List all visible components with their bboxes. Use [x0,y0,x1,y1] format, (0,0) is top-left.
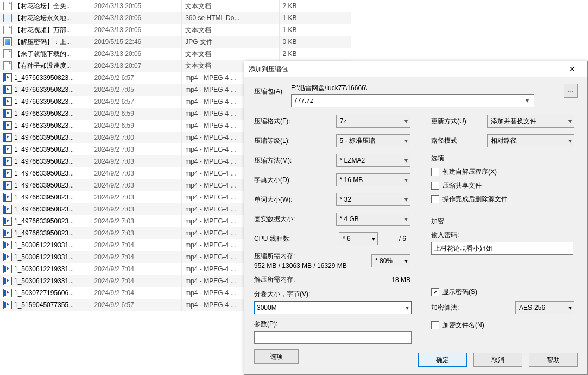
file-row[interactable]: 【村花视频】万部...2024/3/13 20:06文本文档1 KB [0,24,351,36]
solid-select[interactable]: * 4 GB▾ [336,212,411,226]
txt-icon [3,61,12,70]
mem-comp-value: 952 MB / 13063 MB / 16329 MB [254,262,371,270]
pathmode-select[interactable]: 相对路径▾ [487,134,574,147]
file-name: 【有种子却没速度... [14,62,72,70]
volume-size-combo[interactable]: 3000M▾ [254,301,412,311]
mp4-icon [3,277,12,285]
file-date: 2024/3/13 20:07 [91,60,182,72]
archive-name-combo[interactable]: 777.7z ▾ [291,94,534,107]
file-date: 2024/9/2 7:04 [91,263,182,275]
file-name: 【村花视频】万部... [14,26,72,34]
mem-comp-label: 压缩所需内存: [254,252,371,261]
level-select[interactable]: 5 - 标准压缩▾ [336,134,411,147]
file-name: 1_4976633950823... [14,217,74,225]
dict-label: 字典大小(D): [254,176,336,185]
file-row[interactable]: 【村花论坛永久地...2024/3/13 20:06360 se HTML Do… [0,12,351,24]
password-input[interactable]: 上村花论坛看小姐姐 [431,242,573,255]
enc-method-select[interactable]: AES-256▾ [515,301,574,311]
archive-label: 压缩包(A): [254,84,291,96]
jpg-icon [3,38,12,46]
file-size: 0 KB [279,36,351,48]
dialog-titlebar[interactable]: 添加到压缩包 ✕ [244,61,587,77]
file-date: 2024/9/2 7:05 [91,84,182,96]
file-date: 2024/3/13 20:05 [91,0,182,12]
sfx-checkbox[interactable]: 创建自解压程序(X) [431,167,574,177]
update-select[interactable]: 添加并替换文件▾ [487,115,574,128]
txt-icon [3,2,12,10]
file-date: 2024/9/2 7:04 [91,239,182,251]
file-type: 文本文档 [182,0,279,12]
file-name: 1_5030612219331... [14,253,74,261]
share-checkbox[interactable]: 压缩共享文件 [431,181,574,190]
file-size: 1 KB [279,12,351,24]
delete-checkbox[interactable]: 操作完成后删除源文件 [431,195,574,204]
file-date: 2024/9/2 7:03 [91,167,182,179]
file-date: 2024/9/2 6:59 [91,108,182,120]
txt-icon [3,49,12,58]
mp4-icon [3,265,12,273]
mem-pct-select[interactable]: * 80%▾ [371,254,410,267]
file-name: 1_5030612219331... [14,241,74,249]
file-name: 【解压密码】：上... [14,38,72,46]
close-icon[interactable]: ✕ [561,65,583,73]
file-date: 2024/3/13 20:06 [91,12,182,24]
password-label: 输入密码: [431,230,574,240]
solid-label: 固实数据大小: [254,215,336,224]
file-date: 2019/5/15 22:46 [91,36,182,48]
method-label: 压缩方法(M): [254,156,336,165]
word-select[interactable]: * 32▾ [336,193,411,206]
enc-method-label: 加密算法: [431,303,515,311]
file-row[interactable]: 【村花论坛】全免...2024/3/13 20:05文本文档2 KB [0,0,351,12]
mp4-icon [3,145,12,154]
file-date: 2024/9/2 7:03 [91,143,182,155]
mp4-icon [3,229,12,238]
format-select[interactable]: 7z▾ [336,115,411,128]
file-date: 2024/9/2 7:04 [91,287,182,299]
vol-label: 分卷大小，字节(V): [254,290,410,299]
dict-select[interactable]: * 16 MB▾ [336,173,411,186]
file-name: 1_4976633950823... [14,110,74,117]
mp4-icon [3,253,12,261]
file-date: 2024/9/2 6:57 [91,72,182,84]
mp4-icon [3,217,12,226]
html-icon [3,14,12,22]
mp4-icon [3,133,12,142]
file-name: 1_4976633950823... [14,158,74,165]
file-date: 2024/9/2 7:03 [91,191,182,203]
file-name: 1_4976633950823... [14,193,74,201]
file-name: 1_4976633950823... [14,134,74,141]
file-date: 2024/9/2 7:03 [91,179,182,191]
mp4-icon [3,301,12,309]
file-name: 1_4976633950823... [14,122,74,129]
file-row[interactable]: 【解压密码】：上...2019/5/15 22:46JPG 文件0 KB [0,36,351,48]
file-date: 2024/9/2 7:03 [91,203,182,215]
threads-select[interactable]: * 6▾ [339,232,378,245]
file-date: 2024/9/2 7:03 [91,155,182,167]
dialog-title: 添加到压缩包 [249,65,561,74]
file-name: 1_4976633950823... [14,86,74,93]
file-name: 1_4976633950823... [14,146,74,153]
file-type: 360 se HTML Do... [182,12,279,24]
chevron-down-icon: ▾ [523,97,532,104]
mp4-icon [3,181,12,190]
mp4-icon [3,157,12,166]
file-row[interactable]: 【来了就能下载的...2024/3/13 20:06文本文档2 KB [0,48,351,60]
show-password-checkbox[interactable]: 显示密码(S) [431,288,574,297]
file-date: 2024/9/2 7:03 [91,215,182,227]
pathmode-label: 路径模式 [431,136,487,146]
mem-decomp-label: 解压所需内存: [254,275,391,284]
file-name: 1_4976633950823... [14,182,74,189]
file-name: 1_4976633950823... [14,170,74,177]
file-date: 2024/9/2 7:04 [91,251,182,263]
level-label: 压缩等级(L): [254,136,336,146]
browse-button[interactable]: ... [564,84,578,98]
file-name: 1_4976633950823... [14,205,74,213]
mp4-icon [3,121,12,130]
file-name: 1_4976633950823... [14,229,74,237]
method-select[interactable]: * LZMA2▾ [336,154,411,167]
file-size: 2 KB [279,48,351,60]
file-date: 2024/9/2 7:04 [91,275,182,287]
chevron-down-icon: ▾ [404,117,408,125]
file-name: 【来了就能下载的... [14,50,72,58]
file-date: 2024/3/13 20:06 [91,24,182,36]
